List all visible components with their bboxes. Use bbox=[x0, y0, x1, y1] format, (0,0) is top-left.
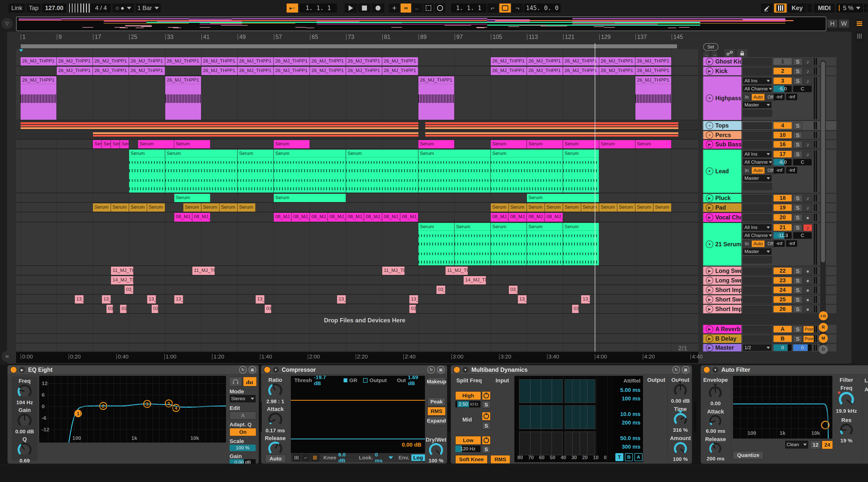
loop-brace[interactable] bbox=[21, 44, 677, 49]
fold-icon[interactable]: ▶ bbox=[706, 204, 713, 212]
solo-button[interactable]: S bbox=[793, 277, 802, 284]
solo-button[interactable]: S bbox=[793, 296, 802, 303]
monitor-in[interactable]: In bbox=[743, 167, 751, 174]
clip[interactable]: 26_MJ_THPP1 bbox=[346, 67, 382, 75]
clip[interactable]: 26_MJ_THPP1 bbox=[165, 76, 201, 120]
clip[interactable]: 08_MJ_THPP1 bbox=[192, 213, 210, 222]
quantize-button[interactable]: Quantize bbox=[733, 451, 764, 459]
track-header-master[interactable]: ▶Master1/200 bbox=[702, 344, 836, 351]
hot-swap-icon[interactable]: ↻ bbox=[672, 366, 680, 374]
track-title[interactable]: ▶Short Impact bbox=[703, 286, 741, 294]
low-band-button[interactable]: Low bbox=[455, 436, 481, 445]
eq-eight-header[interactable]: ▶ EQ Eight ↻ ▣ bbox=[7, 365, 259, 375]
track-title[interactable]: ▶Short Sweep bbox=[703, 295, 741, 304]
beat-time-ruler[interactable]: 1917253341495765738189971051131211291371… bbox=[16, 33, 698, 43]
high-solo-button[interactable]: S bbox=[482, 401, 491, 409]
clip[interactable]: Serum bbox=[491, 203, 508, 212]
rms-button[interactable]: RMS bbox=[428, 407, 445, 415]
gr-legend-swatch[interactable] bbox=[344, 378, 347, 382]
track-number[interactable]: 10 bbox=[774, 132, 792, 138]
track-number[interactable]: 17 bbox=[774, 151, 792, 157]
io-slot[interactable] bbox=[743, 132, 772, 139]
clip[interactable]: 03_M bbox=[572, 305, 579, 313]
clip[interactable]: Serum bbox=[581, 203, 599, 212]
track-number[interactable]: 21 bbox=[774, 224, 792, 231]
clip[interactable]: 26_MJ_THPP1 bbox=[491, 57, 527, 66]
tempo-field[interactable]: 127.00 bbox=[42, 3, 66, 12]
track-lane-short-impact[interactable]: 03_M03_M03_M03_M03_M03_M bbox=[16, 305, 698, 314]
loop-length-field[interactable]: 145. 0. 0 bbox=[524, 3, 561, 12]
track-header-ghost-kick[interactable]: ▶Ghost Kick1S♪ bbox=[702, 57, 836, 66]
high-split-value[interactable]: 2.50kHz bbox=[455, 401, 480, 408]
af-release-value[interactable]: 200 ms bbox=[702, 456, 730, 462]
clip[interactable]: 03_M bbox=[265, 305, 271, 313]
thresh-value[interactable]: -19.7 dB bbox=[314, 376, 333, 386]
solo-button[interactable]: S bbox=[793, 132, 802, 139]
clip[interactable]: 08_MJ_THPP1 bbox=[527, 213, 545, 222]
clip[interactable]: Serum bbox=[527, 203, 545, 212]
master-volume[interactable]: 0 bbox=[774, 345, 792, 351]
clip[interactable]: 08_MJ_THPP1 bbox=[346, 213, 364, 222]
browser-toggle-icon[interactable]: ▽ bbox=[1, 18, 12, 29]
clip[interactable]: Serum bbox=[93, 203, 111, 212]
cue-volume[interactable]: 0 bbox=[793, 345, 812, 351]
clip[interactable]: 03_M bbox=[509, 286, 518, 294]
clip[interactable]: 26_MJ_THPP1 bbox=[274, 57, 310, 66]
mid-solo-button[interactable]: S bbox=[482, 422, 491, 429]
track-title[interactable]: ▶A Reverb bbox=[703, 325, 741, 333]
tba-button-B[interactable]: B bbox=[625, 453, 633, 461]
output-routing[interactable]: Master bbox=[743, 175, 772, 182]
mixer-section-toggle[interactable]: M bbox=[819, 334, 828, 343]
input-channel[interactable]: All Channe bbox=[743, 232, 772, 239]
clip[interactable]: 08_MJ_THPP1 bbox=[328, 213, 346, 222]
track-number[interactable]: 1 bbox=[774, 58, 792, 65]
arrangement-position-display[interactable]: 1. 1. 1 bbox=[299, 3, 337, 12]
clip[interactable]: 14_MJ_THPP1_FX_Sw bbox=[111, 276, 133, 284]
track-title[interactable]: ▼Lead bbox=[703, 150, 741, 193]
extra-slot[interactable] bbox=[743, 110, 772, 117]
track-number[interactable]: 22 bbox=[774, 268, 792, 274]
clip[interactable]: 26_MJ_THPP1 bbox=[527, 67, 563, 75]
transfer-curve-icon[interactable]: ⌐ bbox=[302, 454, 310, 461]
lock-envelopes-icon[interactable] bbox=[737, 49, 747, 57]
clip[interactable]: 11_MJ_THPP1_FX_Swe bbox=[445, 267, 468, 275]
track-header-pluck[interactable]: ▶Pluck18S♪ bbox=[702, 194, 836, 202]
track-lane-ghost-kick[interactable]: 26_MJ_THPP126_MJ_THPP126_MJ_THPP126_MJ_T… bbox=[16, 57, 698, 66]
multiband-display[interactable]: 80706050403020100Att/Rel5.00 ms100 ms10.… bbox=[515, 376, 643, 462]
mid-power-button[interactable] bbox=[482, 412, 491, 420]
send-a[interactable]: -inf bbox=[774, 240, 785, 247]
track-header-percs[interactable]: ≡Percs10S bbox=[702, 131, 836, 139]
q-value[interactable]: 0.69 bbox=[11, 458, 38, 464]
clip[interactable]: 26_MJ_THPP1 bbox=[57, 57, 93, 66]
time-signature-field[interactable]: 4 / 4 bbox=[91, 3, 111, 12]
clip[interactable]: Serum bbox=[93, 140, 102, 148]
track-header-long-sweep-1[interactable]: ▶Long Sweep 122S● bbox=[702, 267, 836, 275]
solo-button[interactable]: S bbox=[793, 141, 802, 148]
slope-24-button[interactable]: 24 bbox=[822, 441, 833, 449]
track-lane-tops[interactable] bbox=[16, 121, 698, 131]
key-map-button[interactable]: Key bbox=[788, 3, 806, 12]
returns-section-toggle[interactable]: R bbox=[819, 323, 828, 332]
track-number[interactable]: A bbox=[774, 326, 792, 332]
clip[interactable]: 26_MJ_THPP1 bbox=[382, 57, 418, 66]
track-pan[interactable]: C bbox=[793, 86, 812, 92]
fold-icon[interactable]: ▶ bbox=[706, 305, 713, 313]
clip[interactable]: 26_MJ_THPP1 bbox=[129, 57, 165, 66]
filter-res-value[interactable]: 19 % bbox=[832, 438, 861, 444]
play-button[interactable] bbox=[345, 3, 357, 12]
send-b[interactable]: -inf bbox=[786, 240, 797, 247]
clip[interactable]: 26_MJ_THPP1 bbox=[238, 57, 274, 66]
clip[interactable]: 08_MJ_THPP1 bbox=[509, 213, 527, 222]
track-title[interactable]: ▼21 Serum bbox=[703, 223, 741, 266]
clip[interactable]: 26_MJ_THPP1 bbox=[93, 67, 129, 75]
monitor-buttons[interactable]: InAutoOff bbox=[743, 167, 776, 174]
low-power-button[interactable] bbox=[482, 436, 491, 445]
clip[interactable]: Serum bbox=[346, 150, 418, 193]
track-lane-highpass-kick[interactable]: 26_MJ_THPP126_MJ_THPP126_MJ_THPP126_MJ_T… bbox=[16, 76, 698, 121]
clip[interactable]: 26_MJ_THPP1 bbox=[599, 57, 635, 66]
track-lane-long-sweep-2[interactable]: 14_MJ_THPP1_FX_Sw14_MJ_THPP1_FX_Sw bbox=[16, 276, 698, 285]
clip[interactable]: Serum bbox=[563, 223, 599, 265]
clip[interactable]: Serum bbox=[165, 150, 237, 193]
prev-marker-button[interactable]: ← bbox=[703, 51, 710, 58]
master-out-routing[interactable]: 1/2 bbox=[743, 345, 772, 351]
